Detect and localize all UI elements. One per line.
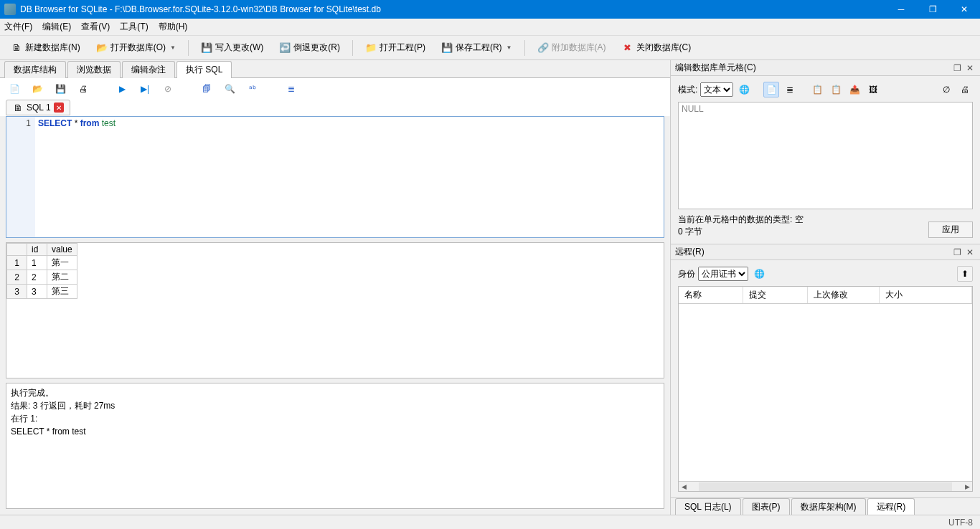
indent-button[interactable]: ≣	[284, 82, 298, 96]
remote-col-name[interactable]: 名称	[679, 287, 743, 303]
export-button[interactable]: 📤	[847, 82, 862, 97]
run-line-button[interactable]: ▶|	[138, 82, 152, 96]
remote-table[interactable]: 名称 提交 上次修改 大小 ◀ ▶	[678, 286, 973, 492]
result-table[interactable]: id value 1 1 第一 2 2 第二 3 3 第三	[6, 242, 664, 378]
menu-file[interactable]: 文件(F)	[4, 21, 32, 33]
new-database-button[interactable]: 🗎新建数据库(N)	[4, 39, 87, 57]
sql-toolbar: 📄 📂 💾 🖨 ▶ ▶| ⊘ 🗐 🔍 ᵃᵇ ≣	[0, 77, 670, 99]
tab-execute-sql[interactable]: 执行 SQL	[176, 61, 232, 78]
side-pane: 编辑数据库单元格(C) ❐ ✕ 模式: 文本 🌐 📄 ≣ 📋 📋 📤 🖼 ∅ 🖨	[671, 60, 980, 515]
close-database-button[interactable]: ✖关闭数据库(C)	[616, 39, 698, 57]
log-line: 执行完成。	[11, 386, 659, 399]
write-changes-button[interactable]: 💾写入更改(W)	[194, 39, 270, 57]
menu-bar: 文件(F) 编辑(E) 查看(V) 工具(T) 帮助(H)	[0, 19, 980, 36]
print-cell-button[interactable]: 🖨	[957, 82, 973, 97]
toolbar-separator	[352, 40, 353, 56]
close-window-button[interactable]: ✕	[948, 0, 980, 19]
open-database-button[interactable]: 📂打开数据库(O)▼	[90, 39, 182, 57]
tab-sql-log[interactable]: SQL 日志(L)	[675, 498, 741, 515]
sql-tab-label: SQL 1	[27, 103, 51, 113]
tab-pragmas[interactable]: 编辑杂注	[122, 61, 175, 78]
main-pane: 数据库结构 浏览数据 编辑杂注 执行 SQL 📄 📂 💾 🖨 ▶ ▶| ⊘ 🗐 …	[0, 60, 671, 515]
menu-edit[interactable]: 编辑(E)	[42, 21, 71, 33]
save-project-icon: 💾	[441, 42, 453, 54]
result-row[interactable]: 1 1 第一	[7, 256, 77, 270]
cell-editor-panel: 模式: 文本 🌐 📄 ≣ 📋 📋 📤 🖼 ∅ 🖨 NULL 当前在单元格中的数据…	[671, 76, 980, 244]
log-line: SELECT * from test	[11, 425, 659, 438]
tab-chart[interactable]: 图表(P)	[743, 498, 790, 515]
main-toolbar: 🗎新建数据库(N) 📂打开数据库(O)▼ 💾写入更改(W) ↩️倒退更改(R) …	[0, 36, 980, 60]
image-button[interactable]: 🖼	[865, 82, 881, 97]
new-db-icon: 🗎	[11, 42, 22, 54]
text-view-button[interactable]: 📄	[763, 82, 779, 97]
align-button[interactable]: ≣	[782, 82, 798, 97]
result-corner	[7, 244, 27, 256]
sql-editor[interactable]: 1 SELECT * from test	[6, 116, 664, 238]
cell-type-label: 当前在单元格中的数据的类型: 空	[678, 214, 804, 226]
save-sql-button[interactable]: 💾	[53, 82, 67, 96]
identity-select[interactable]: 公用证书	[698, 267, 748, 281]
open-db-icon: 📂	[96, 42, 108, 54]
remote-header: 远程(R) ❐ ✕	[671, 244, 980, 260]
execution-log[interactable]: 执行完成。 结果: 3 行返回，耗时 27ms 在行 1: SELECT * f…	[6, 383, 664, 509]
replace-button[interactable]: ᵃᵇ	[245, 82, 260, 96]
run-button[interactable]: ▶	[115, 82, 129, 96]
paste-button[interactable]: 📋	[828, 82, 844, 97]
horizontal-scrollbar[interactable]: ◀ ▶	[679, 481, 972, 491]
maximize-button[interactable]: ❐	[917, 0, 948, 19]
minimize-button[interactable]: ─	[885, 0, 917, 19]
find-button[interactable]: 🔍	[222, 82, 237, 96]
save-project-button[interactable]: 💾保存工程(R)▼	[435, 39, 519, 57]
close-dock-button[interactable]: ✕	[964, 247, 976, 258]
push-button[interactable]: ⬆	[957, 266, 973, 282]
remote-col-commit[interactable]: 提交	[743, 287, 808, 303]
open-project-button[interactable]: 📁打开工程(P)	[359, 39, 432, 57]
open-sql-button[interactable]: 📂	[30, 82, 44, 96]
result-row[interactable]: 3 3 第三	[7, 285, 77, 299]
attach-database-button[interactable]: 🔗附加数据库(A)	[531, 39, 613, 57]
undock-button[interactable]: ❐	[951, 247, 963, 258]
window-title: DB Browser for SQLite - F:\DB.Browser.fo…	[20, 4, 885, 14]
remote-col-modified[interactable]: 上次修改	[808, 287, 880, 303]
refresh-remote-button[interactable]: 🌐	[751, 266, 767, 282]
undock-button[interactable]: ❐	[951, 62, 963, 74]
menu-view[interactable]: 查看(V)	[81, 21, 110, 33]
status-bar: UTF-8	[0, 515, 980, 529]
file-icon: 🗎	[12, 102, 24, 113]
menu-help[interactable]: 帮助(H)	[159, 21, 188, 33]
import-button[interactable]: 🌐	[736, 82, 752, 97]
main-tabs: 数据库结构 浏览数据 编辑杂注 执行 SQL	[0, 60, 670, 77]
tab-remote[interactable]: 远程(R)	[867, 498, 915, 515]
result-header-id[interactable]: id	[27, 244, 47, 256]
mode-select[interactable]: 文本	[700, 82, 733, 97]
null-button[interactable]: ∅	[938, 82, 954, 97]
revert-changes-button[interactable]: ↩️倒退更改(R)	[273, 39, 347, 57]
save-results-button[interactable]: 🗐	[199, 82, 214, 96]
window-titlebar: DB Browser for SQLite - F:\DB.Browser.fo…	[0, 0, 980, 19]
cell-value-textarea[interactable]: NULL	[678, 102, 973, 209]
result-header-value[interactable]: value	[47, 244, 77, 256]
close-tab-button[interactable]: ✕	[54, 103, 64, 113]
remote-panel: 身份 公用证书 🌐 ⬆ 名称 提交 上次修改 大小 ◀ ▶	[671, 260, 980, 497]
sql-tab-1[interactable]: 🗎 SQL 1 ✕	[6, 100, 70, 115]
copy-button[interactable]: 📋	[809, 82, 825, 97]
log-line: 结果: 3 行返回，耗时 27ms	[11, 399, 659, 412]
dropdown-icon: ▼	[507, 44, 512, 51]
close-dock-button[interactable]: ✕	[964, 62, 976, 74]
remote-col-size[interactable]: 大小	[880, 287, 972, 303]
new-tab-button[interactable]: 📄	[7, 82, 22, 96]
scroll-right-icon[interactable]: ▶	[962, 483, 972, 490]
tab-browse[interactable]: 浏览数据	[67, 61, 121, 78]
apply-button[interactable]: 应用	[928, 221, 973, 238]
menu-tools[interactable]: 工具(T)	[120, 21, 148, 33]
toolbar-separator	[188, 40, 189, 56]
stop-button[interactable]: ⊘	[161, 82, 175, 96]
cell-size-label: 0 字节	[678, 226, 804, 238]
tab-structure[interactable]: 数据库结构	[4, 61, 66, 78]
print-button[interactable]: 🖨	[76, 82, 90, 96]
encoding-label: UTF-8	[948, 518, 973, 528]
tab-schema[interactable]: 数据库架构(M)	[791, 498, 866, 515]
result-row[interactable]: 2 2 第二	[7, 270, 77, 285]
sql-code[interactable]: SELECT * from test	[35, 117, 664, 237]
scroll-left-icon[interactable]: ◀	[679, 483, 689, 490]
